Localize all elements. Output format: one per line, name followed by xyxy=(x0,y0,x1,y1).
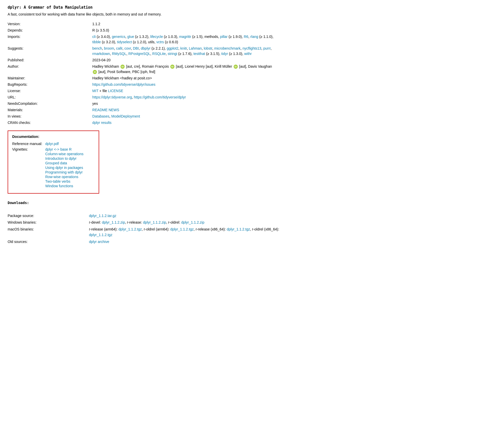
license-value: MIT + file LICENSE xyxy=(92,88,469,94)
vignette-intro[interactable]: Introduction to dplyr xyxy=(45,156,83,161)
link-ggplot2[interactable]: ggplot2 xyxy=(167,46,178,50)
link-news[interactable]: NEWS xyxy=(109,108,119,112)
link-tidyselect[interactable]: tidyselect xyxy=(117,40,132,44)
link-dbplyr[interactable]: dbplyr xyxy=(141,46,151,50)
imports-label: Imports: xyxy=(8,34,92,45)
link-mac-oldrel-arm64[interactable]: dplyr_1.1.2.tgz xyxy=(170,227,194,231)
orcid-icon-1: iD xyxy=(121,65,125,69)
link-win-devel[interactable]: dplyr_1.1.2.zip xyxy=(102,220,125,224)
inviews-label: In views: xyxy=(8,113,92,120)
link-tibble[interactable]: tibble xyxy=(92,40,101,44)
link-broom[interactable]: broom xyxy=(104,46,114,50)
vignette-two-table[interactable]: Two-table verbs xyxy=(45,179,83,183)
link-license[interactable]: LICENSE xyxy=(108,89,123,93)
link-readme[interactable]: README xyxy=(92,108,108,112)
depends-label: Depends: xyxy=(8,27,92,34)
link-reference-manual[interactable]: dplyr.pdf xyxy=(45,142,59,146)
vignettes-row: Vignettes: dplyr <-> base R Column-wise … xyxy=(12,147,95,188)
url-label: URL: xyxy=(8,94,92,100)
link-mac-oldrel-x86[interactable]: dplyr_1.1.2.tgz xyxy=(89,233,112,237)
page-subtitle: A fast, consistent tool for working with… xyxy=(8,12,469,16)
link-rpostgresql[interactable]: RPostgreSQL xyxy=(128,52,150,56)
package-source-row: Package source: dplyr_1.1.2.tar.gz xyxy=(8,212,469,219)
vignettes-label: Vignettes: xyxy=(12,147,45,188)
link-callr[interactable]: callr xyxy=(116,46,123,50)
vignette-window-functions[interactable]: Window functions xyxy=(45,184,83,188)
windows-binaries-label: Windows binaries: xyxy=(8,219,89,226)
link-source-tar[interactable]: dplyr_1.1.2.tar.gz xyxy=(89,214,116,218)
documentation-box: Documentation: Reference manual: dplyr.p… xyxy=(8,131,99,194)
vignette-column-wise[interactable]: Column-wise operations xyxy=(45,152,83,156)
link-mac-release-x86[interactable]: dplyr_1.1.2.tgz xyxy=(227,227,250,231)
needscompilation-row: NeedsCompilation: yes xyxy=(8,100,469,107)
cranchecks-label: CRAN checks: xyxy=(8,120,92,126)
link-purrr[interactable]: purrr xyxy=(263,46,271,50)
link-win-release[interactable]: dplyr_1.1.2.zip xyxy=(143,220,166,224)
link-cli[interactable]: cli xyxy=(92,35,96,39)
link-rmysql[interactable]: RMySQL xyxy=(112,52,126,56)
link-dbi[interactable]: DBI xyxy=(133,46,139,50)
link-covr[interactable]: covr xyxy=(124,46,131,50)
downloads-title: Downloads: xyxy=(8,201,469,205)
vignette-grouped-data[interactable]: Grouped data xyxy=(45,161,83,165)
link-stringi[interactable]: stringi xyxy=(168,52,177,56)
vignette-programming[interactable]: Programming with dplyr xyxy=(45,170,83,174)
link-pillar[interactable]: pillar xyxy=(220,35,228,39)
documentation-title: Documentation: xyxy=(12,135,95,139)
link-rmarkdown[interactable]: rmarkdown xyxy=(92,52,110,56)
windows-binaries-row: Windows binaries: r-devel: dplyr_1.1.2.z… xyxy=(8,219,469,226)
link-nycflights13[interactable]: nycflights13 xyxy=(243,46,261,50)
suggests-value: bench, broom, callr, covr, DBI, dbplyr (… xyxy=(92,45,469,57)
macos-binaries-row: macOS binaries: r-release (arm64): dplyr… xyxy=(8,226,469,238)
link-bench[interactable]: bench xyxy=(92,46,102,50)
link-magrittr[interactable]: magrittr xyxy=(179,35,191,39)
link-testthat[interactable]: testthat xyxy=(193,52,205,56)
link-mac-release-arm64[interactable]: dplyr_1.1.2.tgz xyxy=(118,227,142,231)
link-knitr[interactable]: knitr xyxy=(180,46,187,50)
bugreports-value: https://github.com/tidyverse/dplyr/issue… xyxy=(92,81,469,88)
downloads-section: Downloads: Package source: dplyr_1.1.2.t… xyxy=(8,201,469,245)
link-old-sources[interactable]: dplyr archive xyxy=(89,240,109,244)
link-lobstr[interactable]: lobstr xyxy=(204,46,212,50)
link-bugreports[interactable]: https://github.com/tidyverse/dplyr/issue… xyxy=(92,82,155,86)
link-tidyr[interactable]: tidyr xyxy=(221,52,228,56)
maintainer-value: Hadley Wickham <hadley at posit.co> xyxy=(92,75,469,81)
vignette-list: dplyr <-> base R Column-wise operations … xyxy=(45,147,83,188)
author-value: Hadley Wickham iD [aut, cre], Romain Fra… xyxy=(92,63,469,75)
macos-binaries-value: r-release (arm64): dplyr_1.1.2.tgz, r-ol… xyxy=(89,226,469,238)
old-sources-row: Old sources: dplyr archive xyxy=(8,238,469,245)
link-rsqlite[interactable]: RSQLite xyxy=(152,52,166,56)
link-withr[interactable]: withr xyxy=(244,52,252,56)
link-win-oldrel[interactable]: dplyr_1.1.2.zip xyxy=(181,220,204,224)
license-row: License: MIT + file LICENSE xyxy=(8,88,469,94)
version-row: Version: 1.1.2 xyxy=(8,21,469,27)
link-rlang[interactable]: rlang xyxy=(250,35,258,39)
maintainer-label: Maintainer: xyxy=(8,75,92,81)
link-mit[interactable]: MIT xyxy=(92,89,98,93)
vignette-base-r[interactable]: dplyr <-> base R xyxy=(45,147,83,151)
link-vctrs[interactable]: vctrs xyxy=(156,40,164,44)
author-label: Author: xyxy=(8,63,92,75)
link-databases[interactable]: Databases xyxy=(92,114,109,118)
link-generics[interactable]: generics xyxy=(112,35,125,39)
link-r6[interactable]: R6 xyxy=(244,35,248,39)
cranchecks-row: CRAN checks: dplyr results xyxy=(8,120,469,126)
link-url2[interactable]: https://github.com/tidyverse/dplyr xyxy=(134,95,186,99)
bugreports-label: BugReports: xyxy=(8,81,92,88)
link-microbenchmark[interactable]: microbenchmark xyxy=(214,46,240,50)
vignette-packages[interactable]: Using dplyr in packages xyxy=(45,166,83,170)
link-lahman[interactable]: Lahman xyxy=(189,46,202,50)
package-source-label: Package source: xyxy=(8,212,89,219)
link-lifecycle[interactable]: lifecycle xyxy=(150,35,163,39)
link-modeldeployment[interactable]: ModelDeployment xyxy=(111,114,140,118)
bugreports-row: BugReports: https://github.com/tidyverse… xyxy=(8,81,469,88)
link-glue[interactable]: glue xyxy=(127,35,134,39)
vignette-row-wise[interactable]: Row-wise operations xyxy=(45,175,83,179)
depends-value: R (≥ 3.5.0) xyxy=(92,27,469,34)
depends-row: Depends: R (≥ 3.5.0) xyxy=(8,27,469,34)
materials-value: README NEWS xyxy=(92,107,469,113)
published-label: Published: xyxy=(8,57,92,63)
link-url1[interactable]: https://dplyr.tidyverse.org xyxy=(92,95,132,99)
license-label: License: xyxy=(8,88,92,94)
link-crancheck[interactable]: dplyr results xyxy=(92,121,111,125)
